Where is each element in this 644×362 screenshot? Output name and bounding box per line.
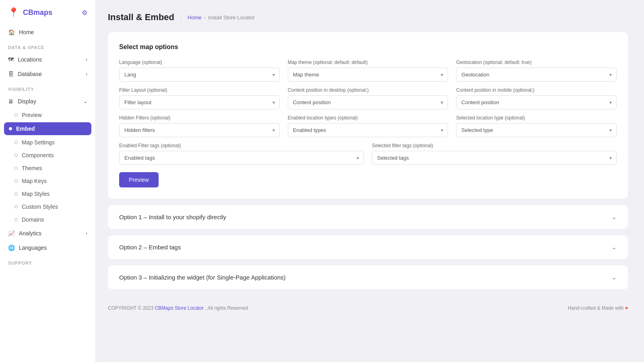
sidebar-item-locations[interactable]: 🗺 Locations ›: [0, 52, 95, 67]
dot-icon: [14, 141, 18, 144]
option2-title: Option 2 – Embed tags: [119, 244, 181, 251]
breadcrumb-separator: ›: [204, 14, 206, 21]
option1-title: Option 1 – Install to your shopify direc…: [119, 214, 226, 220]
preview-button[interactable]: Preview: [119, 172, 159, 187]
sidebar-sub-embed[interactable]: Embed: [4, 122, 91, 135]
chevron-down-icon: ⌄: [611, 274, 617, 281]
home-icon: 🏠: [8, 29, 15, 35]
select-selected-type[interactable]: Selected type: [456, 123, 617, 137]
sidebar-embed-label: Embed: [16, 125, 35, 132]
sidebar-item-home[interactable]: 🏠 Home: [0, 25, 95, 39]
select-selected-tags[interactable]: Selected tags: [372, 151, 617, 165]
dot-icon: [14, 113, 18, 117]
sidebar-sub-map-styles[interactable]: Map Styles: [0, 187, 95, 200]
form-grid-row2: Filter Layout (optional) Filter layout C…: [119, 87, 617, 109]
sidebar-item-display[interactable]: 🖥 Display ⌄: [0, 94, 95, 109]
map-options-card: Select map options Language (optional) L…: [108, 32, 628, 199]
dot-icon: [14, 218, 18, 221]
select-geolocation[interactable]: Geolocation: [456, 68, 617, 82]
sidebar-sub-domains[interactable]: Domains: [0, 213, 95, 226]
select-wrap-map-theme: Map theme: [288, 68, 448, 82]
dot-icon: [14, 205, 18, 208]
option3-title: Option 3 – Initializing the widget (for …: [119, 274, 286, 281]
collapsible-option1[interactable]: Option 1 – Install to your shopify direc…: [108, 205, 628, 229]
form-group-hidden-filters: Hidden Filters (optional) Hidden filters: [119, 115, 280, 137]
sidebar-locations-label: Locations: [18, 56, 42, 63]
dot-icon: [14, 167, 18, 170]
sidebar-sub-map-settings[interactable]: Map Settings: [0, 136, 95, 149]
select-filter-layout[interactable]: Filter layout: [119, 95, 280, 109]
settings-icon[interactable]: ⚙: [82, 9, 87, 16]
label-map-theme: Map theme (optional; default: default): [288, 60, 448, 65]
sidebar-sub-preview[interactable]: Preview: [0, 109, 95, 121]
sidebar-sub-custom-styles[interactable]: Custom Styles: [0, 200, 95, 213]
sidebar-components-label: Components: [22, 152, 54, 158]
dot-icon: [14, 154, 18, 157]
sidebar-database-label: Database: [18, 71, 42, 77]
sidebar-item-analytics[interactable]: 📈 Analytics ›: [0, 226, 95, 241]
card-title: Select map options: [119, 43, 617, 51]
page-title: Install & Embed: [108, 12, 174, 23]
label-filter-layout: Filter Layout (optional): [119, 87, 280, 93]
select-enabled-types[interactable]: Enabled types: [288, 123, 448, 137]
analytics-icon: 📈: [8, 230, 15, 237]
form-group-enabled-tags: Enabled Filter tags (optional) Enabled t…: [119, 143, 364, 165]
form-group-geolocation: Geolocation (optional; default: true) Ge…: [456, 60, 617, 82]
form-group-content-mobile: Content position in mobile (optional;) C…: [456, 87, 617, 109]
collapsible-option3[interactable]: Option 3 – Initializing the widget (for …: [108, 265, 628, 289]
sidebar-item-languages[interactable]: 🌐 Languages: [0, 241, 95, 255]
sidebar-preview-label: Preview: [22, 112, 42, 118]
footer-bar: COPYRIGHT © 2023 CBMaps Store Locator , …: [108, 296, 628, 315]
chevron-down-icon: ⌄: [83, 99, 87, 104]
sidebar-map-settings-label: Map Settings: [22, 139, 55, 146]
sidebar-custom-styles-label: Custom Styles: [22, 204, 58, 210]
dot-icon: [14, 179, 18, 183]
select-wrap-content-mobile: Content position: [456, 95, 617, 109]
select-wrap-selected-type: Selected type: [456, 123, 617, 137]
copyright-text: COPYRIGHT © 2023: [108, 305, 153, 311]
form-group-language: Language (optional) Lang: [119, 60, 280, 82]
sidebar-sub-map-keys[interactable]: Map Keys: [0, 175, 95, 187]
select-wrap-geolocation: Geolocation: [456, 68, 617, 82]
select-content-desktop[interactable]: Content position: [288, 95, 448, 109]
label-content-mobile: Content position in mobile (optional;): [456, 87, 617, 93]
select-content-mobile[interactable]: Content position: [456, 95, 617, 109]
collapsible-option2[interactable]: Option 2 – Embed tags ⌄: [108, 235, 628, 259]
breadcrumb: Home › Install Store Locator: [181, 14, 255, 21]
form-group-content-desktop: Content position in desktop (optional;) …: [288, 87, 448, 109]
sidebar-analytics-label: Analytics: [19, 230, 41, 237]
select-wrap-content-desktop: Content position: [288, 95, 448, 109]
chevron-down-icon: ⌄: [611, 243, 617, 251]
chevron-right-icon: ›: [86, 57, 87, 62]
main-content: Install & Embed Home › Install Store Loc…: [96, 0, 644, 362]
label-selected-tags: Selected filter tags (optional): [372, 143, 617, 148]
sidebar: 📍 CBmaps ⚙ 🏠 Home DATA & SPACE 🗺 Locatio…: [0, 0, 96, 362]
handcrafted-text: Hand-crafted & Made with: [568, 305, 624, 311]
select-wrap-selected-tags: Selected tags: [372, 151, 617, 165]
select-enabled-tags[interactable]: Enabled tags: [119, 151, 364, 165]
sidebar-section-visibility: VISIBILITY: [0, 81, 95, 94]
sidebar-map-keys-label: Map Keys: [22, 178, 47, 184]
select-map-theme[interactable]: Map theme: [288, 68, 448, 82]
breadcrumb-current: Install Store Locator: [208, 14, 255, 21]
label-enabled-types: Enabled location types (optional): [288, 115, 448, 121]
label-geolocation: Geolocation (optional; default: true): [456, 60, 617, 65]
sidebar-sub-components[interactable]: Components: [0, 149, 95, 162]
sidebar-languages-label: Languages: [19, 245, 47, 251]
chevron-right-icon: ›: [86, 71, 87, 77]
sidebar-section-data: DATA & SPACE: [0, 39, 95, 52]
sidebar-sub-themes[interactable]: Themes: [0, 162, 95, 175]
select-language[interactable]: Lang: [119, 68, 280, 82]
breadcrumb-home[interactable]: Home: [188, 14, 202, 21]
logo-icon: 📍: [8, 7, 19, 18]
select-wrap-filter-layout: Filter layout: [119, 95, 280, 109]
sidebar-themes-label: Themes: [22, 165, 42, 171]
footer-link[interactable]: CBMaps Store Locator: [155, 305, 204, 311]
chevron-right-icon: ›: [86, 230, 87, 236]
page-header: Install & Embed Home › Install Store Loc…: [108, 12, 628, 23]
sidebar-home-label: Home: [19, 29, 34, 35]
sidebar-item-database[interactable]: 🗄 Database ›: [0, 67, 95, 81]
label-content-desktop: Content position in desktop (optional;): [288, 87, 448, 93]
label-enabled-tags: Enabled Filter tags (optional): [119, 143, 364, 148]
select-hidden-filters[interactable]: Hidden filters: [119, 123, 280, 137]
